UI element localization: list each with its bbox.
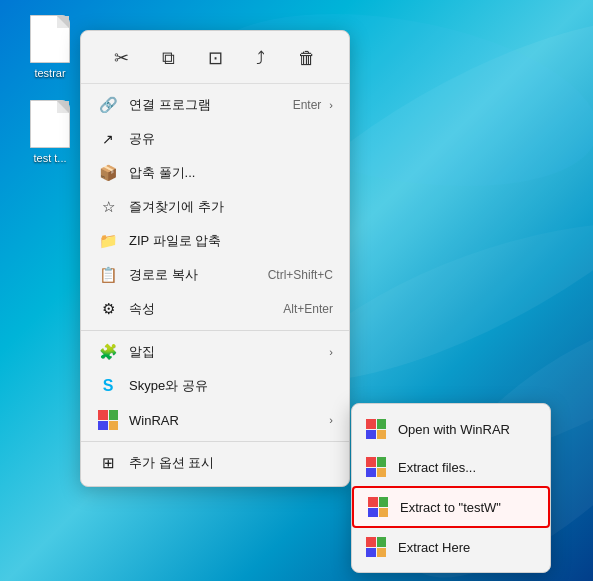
zip-icon: 📁 [97, 230, 119, 252]
alchemy-label: 알집 [129, 343, 321, 361]
winrar-arrow: › [329, 414, 333, 426]
winrar-coloricon-s1 [366, 419, 386, 439]
menu-item-more[interactable]: ⊞ 추가 옵션 표시 [81, 446, 349, 480]
menu-toolbar: ✂ ⧉ ⊡ ⤴ 🗑 [81, 37, 349, 84]
skype-label: Skype와 공유 [129, 377, 333, 395]
favorites-icon: ☆ [97, 196, 119, 218]
menu-item-properties[interactable]: ⚙ 속성 Alt+Enter [81, 292, 349, 326]
separator-2 [81, 441, 349, 442]
icon-label-2: test t... [33, 152, 66, 164]
menu-item-share[interactable]: ↗ 공유 [81, 122, 349, 156]
more-label: 추가 옵션 표시 [129, 454, 333, 472]
copypath-shortcut: Ctrl+Shift+C [268, 268, 333, 282]
winrar-label: WinRAR [129, 413, 321, 428]
submenu-extract-files[interactable]: Extract files... [352, 448, 550, 486]
skype-icon: S [97, 375, 119, 397]
submenu-extract-to[interactable]: Extract to "testW" [352, 486, 550, 528]
desktop-icon-testrar[interactable]: testrar [15, 15, 85, 79]
submenu-extract-here[interactable]: Extract Here [352, 528, 550, 566]
menu-item-copypath[interactable]: 📋 경로로 복사 Ctrl+Shift+C [81, 258, 349, 292]
winrar-submenu: Open with WinRAR Extract files... Extrac… [351, 403, 551, 573]
extract-files-label: Extract files... [398, 460, 476, 475]
copy-icon[interactable]: ⧉ [154, 44, 183, 73]
paste-icon[interactable]: ⊡ [200, 43, 231, 73]
copypath-icon: 📋 [97, 264, 119, 286]
menu-item-skype[interactable]: S Skype와 공유 [81, 369, 349, 403]
delete-icon[interactable]: 🗑 [290, 44, 324, 73]
properties-icon: ⚙ [97, 298, 119, 320]
open-with-icon: 🔗 [97, 94, 119, 116]
context-menu: ✂ ⧉ ⊡ ⤴ 🗑 🔗 연결 프로그램 Enter › ↗ 공유 📦 압축 풀기… [80, 30, 350, 487]
open-winrar-label: Open with WinRAR [398, 422, 510, 437]
properties-label: 속성 [129, 300, 283, 318]
icon-label: testrar [34, 67, 65, 79]
file-icon [30, 15, 70, 63]
share-icon2: ↗ [97, 128, 119, 150]
menu-item-winrar[interactable]: WinRAR › Open with WinRAR Extract files. [81, 403, 349, 437]
menu-item-zip[interactable]: 📁 ZIP 파일로 압축 [81, 224, 349, 258]
alchemy-arrow: › [329, 346, 333, 358]
separator-1 [81, 330, 349, 331]
submenu-open-winrar[interactable]: Open with WinRAR [352, 410, 550, 448]
extract-icon: 📦 [97, 162, 119, 184]
winrar-coloricon-s4 [366, 537, 386, 557]
extract-label: 압축 풀기... [129, 164, 333, 182]
menu-item-open-with[interactable]: 🔗 연결 프로그램 Enter › [81, 88, 349, 122]
more-icon: ⊞ [97, 452, 119, 474]
alchemy-icon: 🧩 [97, 341, 119, 363]
winrar-icon-wrapper [97, 409, 119, 431]
share-icon[interactable]: ⤴ [248, 44, 273, 73]
menu-item-alchemy[interactable]: 🧩 알집 › [81, 335, 349, 369]
winrar-coloricon [98, 410, 118, 430]
open-with-shortcut: Enter [293, 98, 322, 112]
open-with-label: 연결 프로그램 [129, 96, 293, 114]
properties-shortcut: Alt+Enter [283, 302, 333, 316]
menu-item-extract[interactable]: 📦 압축 풀기... [81, 156, 349, 190]
share-label: 공유 [129, 130, 333, 148]
winrar-coloricon-s3 [368, 497, 388, 517]
favorites-label: 즐겨찾기에 추가 [129, 198, 333, 216]
extract-here-icon [364, 535, 388, 559]
open-winrar-icon [364, 417, 388, 441]
desktop-icon-testrar2[interactable]: test t... [15, 100, 85, 164]
extract-to-icon [366, 495, 390, 519]
extract-to-label: Extract to "testW" [400, 500, 501, 515]
copypath-label: 경로로 복사 [129, 266, 268, 284]
zip-label: ZIP 파일로 압축 [129, 232, 333, 250]
open-with-arrow: › [329, 99, 333, 111]
extract-files-icon [364, 455, 388, 479]
winrar-coloricon-s2 [366, 457, 386, 477]
extract-here-label: Extract Here [398, 540, 470, 555]
menu-item-favorites[interactable]: ☆ 즐겨찾기에 추가 [81, 190, 349, 224]
file-icon-2 [30, 100, 70, 148]
cut-icon[interactable]: ✂ [106, 43, 137, 73]
